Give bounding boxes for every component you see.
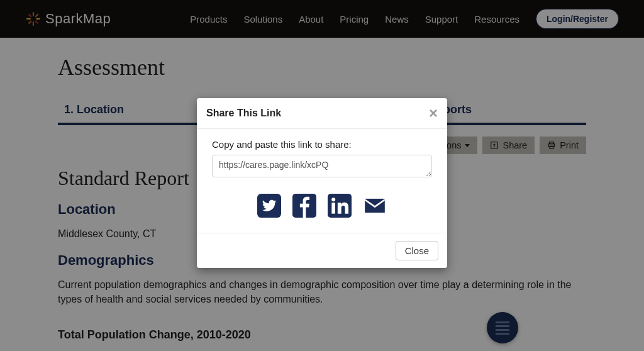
facebook-icon[interactable] (292, 194, 316, 218)
svg-rect-15 (331, 203, 335, 213)
modal-close-x[interactable]: × (429, 106, 438, 121)
share-instruction-label: Copy and paste this link to share: (212, 139, 432, 150)
twitter-icon[interactable] (257, 194, 281, 218)
linkedin-icon[interactable] (328, 194, 352, 218)
share-modal: Share This Link × Copy and paste this li… (197, 98, 447, 268)
modal-title: Share This Link (206, 108, 281, 119)
modal-header: Share This Link × (197, 98, 447, 129)
share-url-input[interactable] (212, 155, 432, 177)
svg-point-16 (331, 198, 335, 201)
modal-close-button[interactable]: Close (396, 241, 438, 260)
email-icon[interactable] (363, 194, 387, 218)
share-icon-row (212, 194, 432, 218)
modal-body: Copy and paste this link to share: (197, 129, 447, 233)
modal-footer: Close (197, 233, 447, 268)
